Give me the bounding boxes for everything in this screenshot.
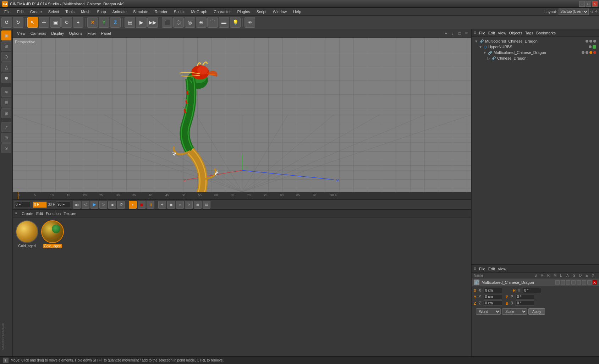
attr-ctrl-1[interactable] [555,280,560,285]
next-frame-button[interactable]: ▷ [99,201,107,209]
layout-select[interactable]: Startup (User) [559,9,589,15]
layout-btn1[interactable]: ◁▷ [590,10,594,13]
stop-red-button[interactable]: ■ [138,201,145,209]
close-button[interactable]: ✕ [592,1,598,7]
layout-btn2[interactable]: ⚙ [595,10,598,13]
grid-button[interactable]: ⊞ [1,133,11,143]
transform-type-select[interactable]: Scale Move Rotate [502,308,527,315]
vp-icon3[interactable]: □ [457,31,462,36]
tree-item-multicolored[interactable]: ▼ 🔗 Multicolored_Chinese_Dragon [473,38,598,44]
model-mode-button[interactable]: ▣ [1,31,11,40]
mat-menu-edit[interactable]: Edit [36,211,43,216]
tl-btn-frame[interactable]: ▤ [203,201,210,209]
cube-button[interactable]: ⬛ [162,17,172,28]
x-axis-button[interactable]: ✕ [87,17,98,28]
menu-simulate[interactable]: Simulate [130,9,151,15]
om-menu-tags[interactable]: Tags [525,31,533,35]
deformer-button[interactable]: ⌒ [207,17,218,28]
vp-menu-cameras[interactable]: Cameras [28,31,49,36]
tl-btn-path[interactable]: P [185,201,193,209]
render-button[interactable]: ▶ [136,17,147,28]
prev-frame-button[interactable]: ◁ [82,201,89,209]
point-mode-button[interactable]: ⊞ [1,41,11,51]
light-button[interactable]: 💡 [230,17,241,28]
stop-orange-button[interactable]: ⏸ [147,201,154,209]
vp-menu-view[interactable]: View [15,31,28,36]
tree-item-hypernurbs[interactable]: ▼ ⬡ HyperNURBS [473,44,598,50]
render-region-button[interactable]: ▶▶ [147,17,158,28]
nurbs-button[interactable]: ⬡ [173,17,184,28]
tree-item-chinese-dragon[interactable]: ▷ 🔗 Chinese_Dragon [473,55,598,61]
rot-input-b[interactable] [516,300,534,306]
record-button[interactable]: ● [129,201,137,209]
attr-ctrl-7[interactable] [587,280,592,285]
attr-ctrl-2[interactable] [561,280,565,285]
om-menu-edit[interactable]: Edit [488,31,495,35]
menu-create[interactable]: Create [27,9,45,15]
object-axis-button[interactable]: ⊞ [1,108,11,118]
vp-menu-display[interactable]: Display [49,31,66,36]
attr-ctrl-4[interactable] [571,280,576,285]
vp-menu-filter[interactable]: Filter [85,31,98,36]
snap-button[interactable]: ⊗ [1,87,11,97]
add-object-button[interactable]: + [73,17,83,28]
menu-help[interactable]: Help [290,9,304,15]
redo-button[interactable]: ↻ [13,17,23,28]
menu-character[interactable]: Character [211,9,233,15]
tl-btn-cross[interactable]: ✛ [158,201,166,209]
rotate-tool-button[interactable]: ↻ [61,17,72,28]
om-menu-file[interactable]: File [479,31,485,35]
menu-snap[interactable]: Snap [94,9,109,15]
rot-input-h[interactable] [523,288,541,293]
menu-mograph[interactable]: MoGraph [188,9,210,15]
pos-input-y[interactable] [484,294,502,299]
timeline-ruler[interactable]: 0 5 10 15 20 25 30 35 40 45 50 55 60 65 [13,192,471,200]
camera-button[interactable]: ▬ [219,17,229,28]
tree-item-multicolored2[interactable]: ▼ 🔗 Multicolored_Chinese_Dragon [473,50,598,55]
menu-script[interactable]: Script [254,9,269,15]
menu-tools[interactable]: Tools [62,9,77,15]
tl-btn-circle[interactable]: ○ [176,201,184,209]
attr-ctrl-6[interactable] [582,280,586,285]
menu-file[interactable]: File [1,9,13,15]
am-menu-view[interactable]: View [498,267,506,271]
spline-button[interactable]: ◎ [185,17,195,28]
frame-start-input[interactable] [33,202,47,208]
material-swatch-1[interactable]: Gold_aged [16,220,38,248]
frame-current-input[interactable] [14,202,30,208]
xray-button[interactable]: ☰ [1,98,11,107]
menu-plugins[interactable]: Plugins [235,9,253,15]
render-settings-button[interactable]: ▤ [125,17,135,28]
pos-input-z[interactable] [484,300,502,306]
y-axis-button[interactable]: Y [99,17,109,28]
mat-menu-function[interactable]: Function [46,211,61,216]
play-button[interactable]: ▶ [90,201,98,209]
attr-ctrl-5[interactable] [577,280,581,285]
mat-menu-create[interactable]: Create [22,211,33,216]
menu-render[interactable]: Render [152,9,170,15]
tl-btn-square[interactable]: ▣ [167,201,175,209]
edge-mode-button[interactable]: ⬡ [1,52,11,62]
minimize-button[interactable]: ─ [579,1,585,7]
mograph-button[interactable]: ⊕ [196,17,207,28]
tl-btn-grid[interactable]: ⊞ [194,201,202,209]
om-menu-view[interactable]: View [498,31,506,35]
menu-mesh[interactable]: Mesh [78,9,93,15]
loop-button[interactable]: ↺ [117,201,125,209]
scale-tool-button[interactable]: ▣ [50,17,61,28]
select-tool-button[interactable]: ↖ [27,17,38,28]
z-axis-button[interactable]: Z [110,17,121,28]
attr-ctrl-x[interactable]: ✕ [593,280,597,285]
rot-input-p[interactable] [516,294,534,299]
viewport[interactable]: Y X Z [13,38,471,192]
menu-animate[interactable]: Animate [110,9,130,15]
am-menu-file[interactable]: File [479,267,485,271]
attr-ctrl-3[interactable] [566,280,570,285]
vp-menu-options[interactable]: Options [67,31,84,36]
frame-end-input[interactable] [56,202,70,208]
menu-edit[interactable]: Edit [14,9,27,15]
bend-button[interactable]: ↗ [1,122,11,132]
mat-menu-texture[interactable]: Texture [64,211,76,216]
om-menu-objects[interactable]: Objects [509,31,522,35]
magnet-button[interactable]: ☉ [1,143,11,153]
